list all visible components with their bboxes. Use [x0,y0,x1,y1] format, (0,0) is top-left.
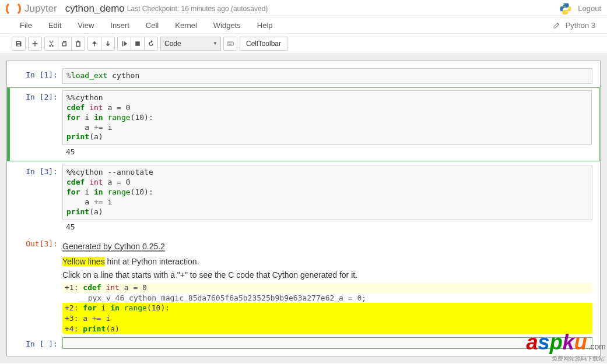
move-down-button[interactable] [101,37,115,51]
annotate-line[interactable]: +1: cdef int a = 0 [62,282,592,293]
move-up-button[interactable] [87,37,101,51]
annotate-line[interactable]: +3: a += i [62,313,592,324]
notebook: In [1]: %load_ext cython In [2]: %%cytho… [6,61,601,356]
menu-cell[interactable]: Cell [138,19,167,32]
annotate-line[interactable]: +4: print(a) [62,324,592,334]
paste-button[interactable] [71,37,85,51]
code-cell[interactable]: In [ ]: [7,335,600,351]
checkpoint-status: Last Checkpoint: 16 minutes ago (autosav… [127,5,268,13]
stdout-output: 45 [62,220,592,234]
svg-rect-4 [231,43,232,43]
input-prompt: In [3]: [10,165,62,233]
menu-kernel[interactable]: Kernel [167,19,205,32]
input-prompt: In [2]: [10,90,62,158]
svg-rect-1 [227,42,234,45]
code-cell[interactable]: In [2]: %%cython cdef int a = 0 for i in… [7,87,600,161]
add-cell-button[interactable] [28,37,42,51]
jupyter-icon [6,1,21,16]
menu-help[interactable]: Help [249,19,281,32]
code-input[interactable] [62,337,592,349]
code-input[interactable]: %load_ext cython [62,68,592,84]
command-palette-button[interactable] [223,37,237,51]
cython-version-link[interactable]: Generated by Cython 0.25.2 [62,242,165,252]
stop-button[interactable] [131,37,145,51]
jupyter-logo[interactable]: Jupyter [6,1,57,16]
save-button[interactable] [12,37,26,51]
header: Jupyter cython_demo Last Checkpoint: 16 … [0,0,607,17]
menu-view[interactable]: View [69,19,102,32]
toolbar: Code CellToolbar [0,34,607,54]
input-prompt: In [ ]: [10,337,62,349]
logout-link[interactable]: Logout [578,4,601,13]
menu-widgets[interactable]: Widgets [205,19,249,32]
notebook-container: In [1]: %load_ext cython In [2]: %%cytho… [0,54,607,363]
input-prompt: In [1]: [10,68,62,84]
output-row: Out[3]: Generated by Cython 0.25.2 Yello… [7,237,600,334]
svg-rect-2 [228,43,229,43]
watermark: aspku.com 免费网站源码下载站! [527,330,606,363]
cell-type-select[interactable]: Code [160,37,221,51]
output-prompt: Out[3]: [10,237,62,334]
copy-button[interactable] [58,37,72,51]
logo-text: Jupyter [24,3,57,15]
svg-rect-5 [229,44,231,44]
annotate-click-hint: Click on a line that starts with a "+" t… [62,269,592,281]
annotate-line[interactable]: __pyx_v_46_cython_magic_85da7605f6a5b235… [62,293,592,303]
cell-toolbar-button[interactable]: CellToolbar [240,37,287,51]
restart-button[interactable] [144,37,158,51]
code-input[interactable]: %%cython --annotate cdef int a = 0 for i… [62,165,592,220]
stdout-output: 45 [62,145,592,158]
code-cell[interactable]: In [3]: %%cython --annotate cdef int a =… [7,162,600,235]
annotate-line[interactable]: +2: for i in range(10): [62,303,592,313]
menubar: FileEditViewInsertCellKernelWidgetsHelp … [0,17,607,34]
notebook-name[interactable]: cython_demo [65,3,125,15]
code-cell[interactable]: In [1]: %load_ext cython [7,66,600,86]
edit-icon[interactable] [553,22,560,29]
cython-annotate-code[interactable]: +1: cdef int a = 0 __pyx_v_46_cython_mag… [62,282,592,334]
menu-file[interactable]: File [12,19,40,32]
annotate-hint: Yellow lines hint at Python interaction. [62,256,592,267]
run-button[interactable] [117,37,131,51]
python-icon [559,2,572,15]
kernel-indicator[interactable]: Python 3 [566,21,595,30]
svg-rect-0 [135,41,140,46]
svg-rect-3 [230,43,231,43]
menu-insert[interactable]: Insert [102,19,138,32]
menu-edit[interactable]: Edit [40,19,69,32]
code-input[interactable]: %%cython cdef int a = 0 for i in range(1… [62,90,592,145]
cut-button[interactable] [44,37,58,51]
